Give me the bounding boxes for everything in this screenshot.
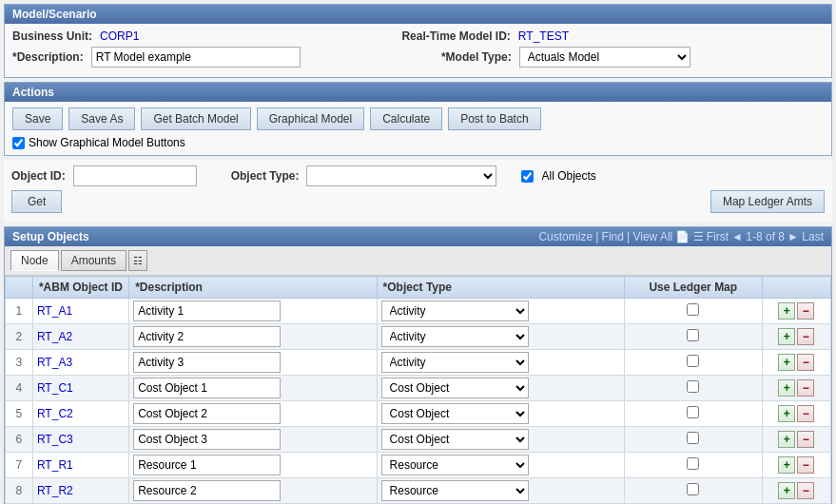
row-actions-cell: +− (762, 376, 830, 401)
model-scenario-content: Business Unit: CORP1 Real-Time Model ID:… (5, 24, 831, 77)
row-description-input[interactable] (133, 429, 281, 450)
row-object-type-select[interactable]: ActivityCost ObjectResource (381, 403, 529, 424)
row-use-ledger-map-cell (624, 299, 762, 324)
col-header-use-ledger-map: Use Ledger Map (624, 277, 762, 299)
customize-link[interactable]: Customize (538, 230, 593, 243)
row-object-type-cell: ActivityCost ObjectResource (377, 376, 624, 401)
remove-row-button[interactable]: − (797, 482, 814, 499)
remove-row-button[interactable]: − (797, 405, 814, 422)
tab-amounts[interactable]: Amounts (61, 250, 126, 271)
add-row-button[interactable]: + (778, 405, 795, 422)
row-use-ledger-map-checkbox[interactable] (687, 303, 699, 316)
row-actions-cell: +− (762, 478, 830, 504)
row-action-buttons: +− (767, 405, 826, 422)
remove-row-button[interactable]: − (797, 302, 814, 320)
row-use-ledger-map-cell (624, 478, 762, 504)
add-row-button[interactable]: + (778, 379, 795, 397)
row-actions-cell: +− (762, 350, 830, 376)
row-object-type-select[interactable]: ActivityCost ObjectResource (381, 480, 529, 501)
remove-row-button[interactable]: − (797, 379, 814, 397)
graphical-model-button[interactable]: Graphical Model (257, 107, 364, 130)
row-description-input[interactable] (133, 378, 281, 398)
row-action-buttons: +− (767, 482, 826, 499)
table-row: 2RT_A2ActivityCost ObjectResource+− (6, 324, 831, 350)
add-row-button[interactable]: + (778, 328, 795, 345)
header-nav-group: Customize | Find | View All 📄 ☰ First ◄ … (538, 230, 824, 243)
save-button[interactable]: Save (12, 107, 63, 130)
row-action-buttons: +− (767, 302, 826, 320)
business-unit-value: CORP1 (100, 29, 139, 43)
view-toggle-button[interactable]: ☷ (128, 250, 147, 271)
row-description-cell (129, 376, 377, 401)
setup-objects-section: Setup Objects Customize | Find | View Al… (4, 226, 832, 504)
table-row: 7RT_R1ActivityCost ObjectResource+− (6, 453, 831, 478)
get-button[interactable]: Get (11, 190, 62, 213)
view-all-link[interactable]: View All (632, 230, 672, 243)
row-description-input[interactable] (133, 352, 281, 373)
first-link[interactable]: First (707, 230, 729, 243)
row-object-type-select[interactable]: ActivityCost ObjectResource (381, 326, 529, 347)
row-description-input[interactable] (133, 300, 281, 321)
object-id-input[interactable] (73, 165, 197, 186)
row-number: 3 (6, 350, 33, 376)
calculate-button[interactable]: Calculate (370, 107, 442, 130)
row-number: 4 (6, 376, 33, 401)
save-as-button[interactable]: Save As (68, 107, 135, 130)
remove-row-button[interactable]: − (797, 354, 814, 371)
row-use-ledger-map-checkbox[interactable] (687, 483, 699, 495)
row-actions-cell: +− (762, 324, 830, 350)
setup-objects-title: Setup Objects (12, 230, 89, 243)
col-header-abm-object-id: *ABM Object ID (32, 277, 128, 299)
row-description-input[interactable] (133, 480, 281, 501)
model-type-select[interactable]: Actuals Model Budget Model Forecast Mode… (519, 47, 690, 68)
show-graphical-checkbox[interactable] (12, 137, 25, 149)
remove-row-button[interactable]: − (797, 431, 814, 448)
row-description-input[interactable] (133, 403, 281, 424)
row-object-type-select[interactable]: ActivityCost ObjectResource (381, 352, 529, 373)
row-object-type-select[interactable]: ActivityCost ObjectResource (381, 378, 529, 398)
row-action-buttons: +− (767, 379, 826, 397)
row-object-type-select[interactable]: ActivityCost ObjectResource (381, 429, 529, 450)
row-description-cell (129, 453, 377, 478)
row-use-ledger-map-checkbox[interactable] (687, 329, 699, 341)
row-use-ledger-map-checkbox[interactable] (687, 406, 699, 418)
last-link[interactable]: Last (802, 230, 824, 243)
add-row-button[interactable]: + (778, 482, 795, 499)
actions-header: Actions (5, 83, 831, 102)
object-id-label: Object ID: (11, 169, 66, 183)
description-label: *Description: (12, 50, 84, 64)
row-number: 8 (6, 478, 33, 504)
row-object-type-select[interactable]: ActivityCost ObjectResource (381, 455, 529, 475)
model-scenario-row2: *Description: *Model Type: Actuals Model… (12, 47, 824, 68)
tabs-row: Node Amounts ☷ (5, 246, 831, 276)
remove-row-button[interactable]: − (797, 456, 814, 474)
find-link[interactable]: Find (602, 230, 624, 243)
row-use-ledger-map-checkbox[interactable] (687, 380, 699, 393)
row-abm-object-id: RT_R1 (32, 453, 128, 478)
tab-node[interactable]: Node (10, 250, 59, 271)
row-use-ledger-map-checkbox[interactable] (687, 457, 699, 470)
row-description-input[interactable] (133, 455, 281, 475)
add-row-button[interactable]: + (778, 431, 795, 448)
row-use-ledger-map-checkbox[interactable] (687, 432, 699, 444)
actions-content: Save Save As Get Batch Model Graphical M… (5, 102, 831, 155)
row-description-input[interactable] (133, 326, 281, 347)
show-graphical-label: Show Graphical Model Buttons (29, 136, 185, 149)
add-row-button[interactable]: + (778, 456, 795, 474)
description-input[interactable] (91, 47, 301, 68)
table-row: 8RT_R2ActivityCost ObjectResource+− (6, 478, 831, 504)
row-object-type-select[interactable]: ActivityCost ObjectResource (381, 300, 529, 321)
table-row: 1RT_A1ActivityCost ObjectResource+− (6, 299, 831, 324)
get-batch-model-button[interactable]: Get Batch Model (141, 107, 250, 130)
row-use-ledger-map-cell (624, 401, 762, 427)
object-type-select[interactable]: Activity Cost Object Resource (306, 165, 496, 186)
all-objects-checkbox[interactable] (521, 170, 534, 183)
add-row-button[interactable]: + (778, 354, 795, 371)
add-row-button[interactable]: + (778, 302, 795, 320)
table-row: 4RT_C1ActivityCost ObjectResource+− (6, 376, 831, 401)
map-ledger-button[interactable]: Map Ledger Amts (710, 190, 825, 213)
remove-row-button[interactable]: − (797, 328, 814, 345)
post-to-batch-button[interactable]: Post to Batch (448, 107, 540, 130)
row-action-buttons: +− (767, 431, 826, 448)
row-use-ledger-map-checkbox[interactable] (687, 355, 699, 367)
